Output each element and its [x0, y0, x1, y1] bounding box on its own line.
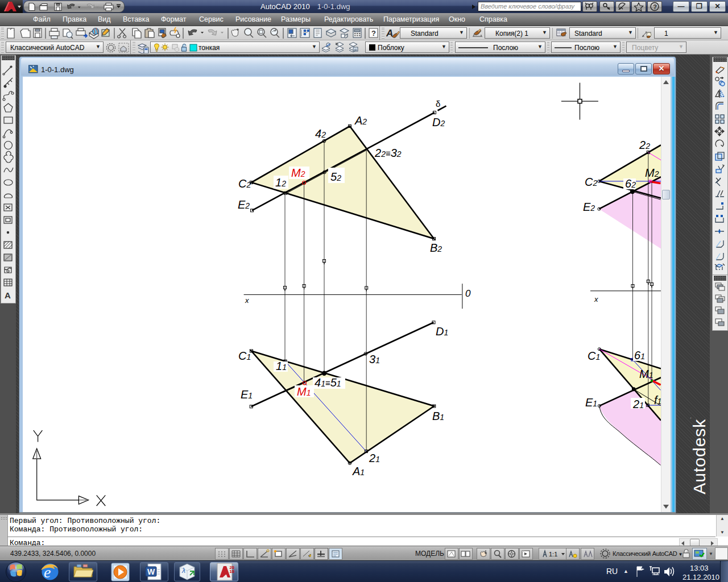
svg-text:10: 10 — [230, 569, 234, 574]
svg-text:E1: E1 — [241, 388, 253, 401]
svg-text:31: 31 — [369, 353, 380, 365]
svg-text:?: ? — [653, 3, 657, 10]
svg-text:C2: C2 — [585, 176, 597, 188]
svg-text:C1: C1 — [238, 350, 251, 362]
svg-text:42: 42 — [315, 127, 326, 140]
svg-text:B1: B1 — [432, 410, 444, 422]
svg-text:0: 0 — [465, 288, 471, 299]
svg-text:x: x — [245, 296, 249, 305]
svg-text:D2: D2 — [432, 116, 445, 128]
svg-text:B2: B2 — [430, 242, 442, 254]
svg-text:W: W — [147, 567, 155, 576]
svg-text:λ: λ — [181, 567, 185, 575]
svg-text:x: x — [594, 295, 598, 304]
svg-text:C1: C1 — [588, 350, 600, 362]
svg-text:A: A — [5, 290, 11, 300]
svg-text:D1: D1 — [436, 325, 448, 338]
svg-text:A: A — [386, 28, 393, 39]
svg-text:δ: δ — [436, 99, 440, 109]
svg-text:22≡32: 22≡32 — [374, 147, 402, 159]
svg-text:A1: A1 — [352, 465, 365, 477]
svg-text:1:1: 1:1 — [549, 551, 557, 558]
svg-text:22: 22 — [639, 139, 650, 151]
svg-text:E1: E1 — [585, 396, 597, 409]
svg-text:21: 21 — [369, 452, 380, 464]
svg-text:E2: E2 — [583, 201, 595, 213]
svg-text:?: ? — [371, 29, 376, 38]
svg-text:E2: E2 — [238, 198, 250, 211]
svg-text:A2: A2 — [354, 114, 367, 127]
svg-text:C2: C2 — [238, 177, 251, 190]
